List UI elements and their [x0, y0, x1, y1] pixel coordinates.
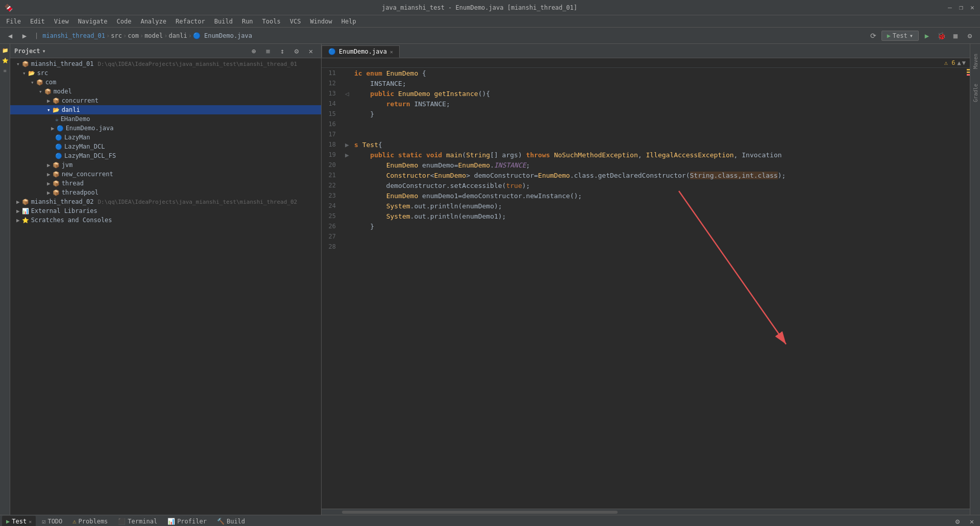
minimize-button[interactable]: —: [946, 4, 953, 11]
tree-item-external-libs[interactable]: ▶ 📊 External Libraries: [10, 206, 321, 216]
menu-file[interactable]: File: [2, 17, 25, 26]
tree-item-concurrent[interactable]: ▶ 📦 concurrent: [10, 96, 321, 105]
module-icon-mianshi02: 📦: [22, 199, 29, 205]
breadcrumb-src[interactable]: src: [111, 32, 122, 39]
menu-tools[interactable]: Tools: [258, 17, 285, 26]
sync-icon[interactable]: ⟳: [867, 30, 879, 42]
tree-item-new-concurrent[interactable]: ▶ 📦 new_concurrent: [10, 170, 321, 179]
sort-icon[interactable]: ↕: [276, 45, 288, 57]
test-run-button[interactable]: ▶ Test ▾: [881, 31, 919, 41]
warning-count: ⚠ 6: [944, 59, 955, 66]
tree-item-mianshi02[interactable]: ▶ 📦 mianshi_thread_02 D:\qq\IDEA\IdeaPro…: [10, 197, 321, 206]
tree-item-jvm[interactable]: ▶ 📦 jvm: [10, 160, 321, 170]
line-num-27: 27: [322, 233, 342, 240]
warning-nav-down[interactable]: ▼: [962, 59, 966, 66]
tree-item-thread[interactable]: ▶ 📦 thread: [10, 179, 321, 188]
close-bottom-icon[interactable]: ✕: [966, 515, 978, 526]
tree-item-model[interactable]: ▾ 📦 model: [10, 87, 321, 96]
line-content-20: EnumDemo enumDemo=EnumDemo.INSTANCE;: [352, 161, 966, 169]
toolbar: ◀ ▶ | mianshi_thread_01 › src › com › mo…: [0, 28, 980, 44]
tree-item-threadpool[interactable]: ▶ 📦 threadpool: [10, 188, 321, 197]
forward-button[interactable]: ▶: [18, 30, 31, 42]
code-line-15: 15 }: [322, 109, 966, 119]
bookmark-icon[interactable]: ⭐: [1, 56, 9, 64]
tree-item-danli[interactable]: ▾ 📂 danli: [10, 105, 321, 114]
horizontal-scrollbar[interactable]: [322, 509, 970, 515]
line-num-28: 28: [322, 243, 342, 250]
breadcrumb-danli[interactable]: danli: [169, 32, 187, 39]
gutter-19: ▶: [342, 151, 352, 159]
menu-edit[interactable]: Edit: [26, 17, 49, 26]
tree-item-scratches[interactable]: ▶ ⭐ Scratches and Consoles: [10, 216, 321, 225]
project-icon[interactable]: 📁: [1, 46, 9, 54]
line-content-11: ic enum EnumDemo {: [352, 69, 966, 77]
debug-button[interactable]: 🐞: [935, 30, 947, 42]
scrollbar-thumb[interactable]: [342, 511, 618, 514]
breadcrumb-model[interactable]: model: [144, 32, 163, 39]
close-button[interactable]: ✕: [969, 4, 976, 11]
maven-icon[interactable]: Maven: [971, 46, 979, 77]
menu-analyze[interactable]: Analyze: [136, 17, 170, 26]
run-button[interactable]: ▶: [921, 30, 933, 42]
settings-bottom-icon[interactable]: ⚙: [951, 515, 964, 526]
menu-refactor[interactable]: Refactor: [172, 17, 209, 26]
code-editor[interactable]: 11 ic enum EnumDemo { 12 INSTANCE; 13 ◁: [322, 68, 966, 509]
warning-nav-up[interactable]: ▲: [958, 59, 961, 66]
menu-code[interactable]: Code: [113, 17, 136, 26]
menu-navigate[interactable]: Navigate: [74, 17, 112, 26]
tree-label-jvm: jvm: [62, 161, 73, 169]
close-panel-icon[interactable]: ✕: [305, 45, 317, 57]
sep4: ›: [164, 32, 167, 39]
menu-build[interactable]: Build: [210, 17, 237, 26]
maximize-button[interactable]: ❐: [958, 4, 965, 11]
tab-enumdemo[interactable]: 🔵 EnumDemo.java ✕: [322, 45, 400, 58]
tab-close-icon[interactable]: ✕: [390, 49, 393, 55]
collapse-icon[interactable]: ≡: [262, 45, 274, 57]
tab-problems[interactable]: ⚠ Problems: [68, 516, 112, 526]
tab-run[interactable]: ▶ Test ✕: [2, 516, 36, 526]
menu-vcs[interactable]: VCS: [286, 17, 305, 26]
stop-button[interactable]: ■: [949, 30, 962, 42]
tree-item-ehandemo[interactable]: ☕ EHanDemo: [10, 114, 321, 124]
tab-build[interactable]: 🔨 Build: [213, 516, 249, 526]
tree-item-src[interactable]: ▾ 📂 src: [10, 68, 321, 78]
line-content-15: }: [352, 110, 966, 118]
breadcrumb-file[interactable]: 🔵 EnumDemo.java: [193, 32, 252, 39]
tab-terminal[interactable]: ⬛ Terminal: [114, 516, 161, 526]
line-content-19: public static void main(String[] args) t…: [352, 151, 966, 159]
menu-help[interactable]: Help: [337, 17, 360, 26]
run-tab-close[interactable]: ✕: [29, 519, 32, 524]
menu-window[interactable]: Window: [306, 17, 336, 26]
menu-view[interactable]: View: [50, 17, 73, 26]
tab-todo[interactable]: ☑ TODO: [38, 516, 66, 526]
project-label: Project: [14, 47, 40, 55]
tree-item-com[interactable]: ▾ 📦 com: [10, 78, 321, 87]
chevron-right-icon-thread: ▶: [47, 180, 51, 187]
package-icon-concurrent: 📦: [53, 98, 60, 104]
back-button[interactable]: ◀: [4, 30, 16, 42]
tree-item-lazyman-dcl[interactable]: 🔵 LazyMan_DCL: [10, 142, 321, 151]
line-num-19: 19: [322, 151, 342, 158]
tree-item-lazyman[interactable]: 🔵 LazyMan: [10, 133, 321, 142]
menu-run[interactable]: Run: [238, 17, 257, 26]
editor-info-bar: ⚠ 6 ▲ ▼: [322, 58, 970, 68]
settings-button[interactable]: ⚙: [964, 30, 976, 42]
gear-icon[interactable]: ⚙: [290, 45, 303, 57]
tree-item-mianshi01[interactable]: ▾ 📦 mianshi_thread_01 D:\qq\IDEA\IdeaPro…: [10, 59, 321, 68]
project-dropdown-icon[interactable]: ▾: [42, 47, 46, 55]
module-icon: 📦: [22, 61, 29, 67]
tree-label-threadpool: threadpool: [62, 189, 99, 196]
line-content-12: INSTANCE;: [352, 80, 966, 87]
gradle-icon[interactable]: Gradle: [971, 78, 979, 108]
locate-icon[interactable]: ⊕: [248, 45, 260, 57]
test-dropdown-icon[interactable]: ▾: [910, 32, 913, 39]
app-icon: 🍫: [4, 4, 13, 12]
structure-icon[interactable]: ≡: [1, 66, 9, 75]
breadcrumb: mianshi_thread_01 › src › com › model › …: [42, 32, 252, 39]
breadcrumb-com[interactable]: com: [128, 32, 139, 39]
tree-item-lazyman-dcl-fs[interactable]: 🔵 LazyMan_DCL_FS: [10, 151, 321, 160]
breadcrumb-module[interactable]: mianshi_thread_01: [42, 32, 105, 39]
tab-profiler[interactable]: 📊 Profiler: [163, 516, 211, 526]
tree-item-enumdemo[interactable]: ▶ 🔵 EnumDemo.java: [10, 124, 321, 133]
code-line-26: 26 }: [322, 221, 966, 231]
